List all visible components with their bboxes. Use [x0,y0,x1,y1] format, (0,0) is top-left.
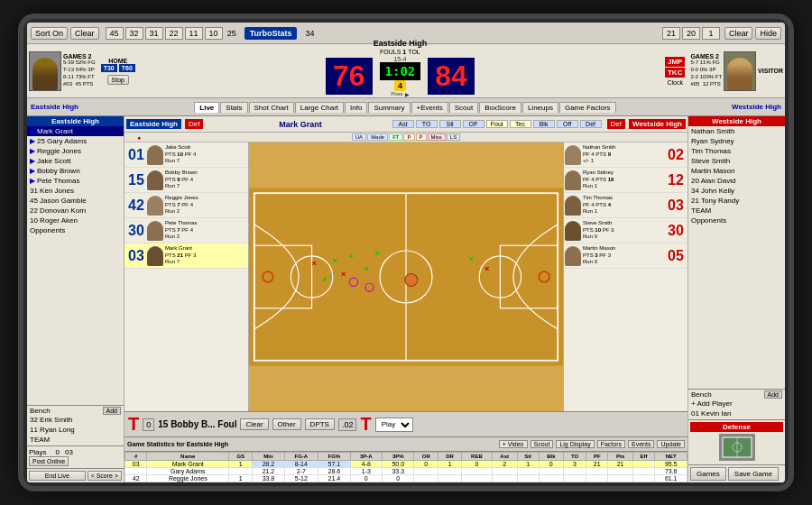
col-to-h: TO [563,453,586,461]
right-player-tim[interactable]: Tim Thomas [688,146,785,156]
bottom-action-bar: T 0 15 Bobby B... Foul Clear Other DPTS … [125,411,687,436]
sort-on-button[interactable]: Sort On [31,27,68,40]
col-foul: Foul [486,120,508,128]
games-button[interactable]: Games [690,467,726,481]
row-eff-gary [632,468,655,475]
row-dr-gary [438,468,462,475]
end-live-button[interactable]: End Live [29,471,86,481]
row-to-mark: 3 [563,461,586,468]
factors-button[interactable]: Factors [597,440,625,448]
right-score-1: 21 [662,27,680,40]
tab-boxscore[interactable]: BoxScore [479,102,521,113]
def-header-west: Def [607,119,625,129]
player-item-pete-thomas[interactable]: ▶ Pete Thomas [27,176,124,186]
subcol-p1: P [403,133,414,141]
t-button-right[interactable]: T [360,414,371,435]
tab-stats[interactable]: Stats [220,102,247,113]
row-blk-gary [539,468,563,475]
tkc-button[interactable]: TKC [665,68,685,78]
col-pf-h: PF [586,453,608,461]
svg-point-19 [405,274,418,287]
right-player-john[interactable]: 34 John Kelly [688,186,785,196]
tab-events[interactable]: +Events [411,102,448,113]
right-player-name-9: TEAM [691,207,711,215]
right-player-steve[interactable]: Steve Smith [688,156,785,166]
player-item-ken-jones[interactable]: 31 Ken Jones [27,186,124,196]
tab-shot-chart[interactable]: Shot Chart [249,102,294,113]
player-item-roger-aken[interactable]: 10 Roger Aken [27,216,124,225]
player-item-jake-scott[interactable]: ▶ Jake Scott [27,156,124,166]
def-header-east: Def [185,119,203,129]
score-box-2: 32 [125,27,143,40]
west-photo-02 [565,145,581,165]
player-item-mark-grant[interactable]: ▶ Mark Grant [27,126,124,136]
player-item-opponents[interactable]: Opponents [27,225,124,235]
visitor-games-stats: 5-7 11% FG 0-0 0% 3P 2-2 100% FT #05 12 … [690,60,722,87]
dpts-button[interactable]: DPTS [305,418,335,430]
visitor-player-photo [724,51,756,91]
defense-svg [721,436,753,459]
add-bench-button[interactable]: Add [103,407,121,415]
player-item-jason-gamble[interactable]: 45 Jason Gamble [27,196,124,206]
right-player-team[interactable]: TEAM [688,206,785,216]
video-button[interactable]: + Video [499,440,528,448]
tab-lineups[interactable]: Lineups [522,102,558,113]
svg-text:×: × [341,270,346,279]
right-player-alan[interactable]: 20 Alan David [688,176,785,186]
photo-01 [147,145,163,165]
events-button[interactable]: Events [628,440,654,448]
stats-header-row: # Name GS Min FG-A FG% 3P-A 3P% OR DR RE [125,453,687,461]
westside-header: Westside High [629,119,686,129]
turbostats-logo: TurboStats [245,27,298,40]
home-games-info: GAMES 2 5-39 52% FG T-13 54% 3P 6-11 73%… [63,53,96,87]
lig-display-button[interactable]: Lig Display [556,440,594,448]
player-item-gary-adams[interactable]: ▶ 25 Gary Adams [27,136,124,146]
scout-button[interactable]: Scout [531,440,554,448]
west-photo-30 [565,221,581,241]
action-text: 15 Bobby B... Foul [158,419,236,429]
tab-large-chart[interactable]: Large Chart [295,102,344,113]
num-01: 01 [125,147,147,163]
player-item-bobby-brown[interactable]: ▶ Bobby Brown [27,166,124,176]
col-fgp: FG% [318,453,351,461]
t60-button[interactable]: T60 [119,64,135,72]
right-player-nathan[interactable]: Nathan Smith [688,126,785,136]
bench-player-2: 11 Ryan Long [30,425,121,435]
tab-scout[interactable]: Scout [449,102,478,113]
row-to-reggie [563,475,586,482]
right-player-tony[interactable]: 21 Tony Randy [688,196,785,206]
play-dropdown[interactable]: Play [375,418,413,432]
right-add-button[interactable]: Add [764,390,782,399]
right-scores: 21 20 1 [662,27,720,40]
tab-live[interactable]: Live [194,102,219,113]
jmp-button[interactable]: JMP [665,57,685,67]
right-player-opponents[interactable]: Opponents [688,216,785,225]
save-game-button[interactable]: Save Game [728,467,779,481]
t-button-left[interactable]: T [128,414,139,435]
score-button[interactable]: < Score > [88,471,122,481]
update-button[interactable]: Update [657,440,685,448]
tab-summary[interactable]: Summary [368,102,410,113]
score-34: 34 [305,29,314,38]
player-arrow-6: ▶ [30,177,35,185]
west-player-card-03: Tim Thomas PF 4 PTS 4 Run 1 03 [564,193,687,218]
right-player-name-3: Tim Thomas [691,147,731,155]
tab-game-factors[interactable]: Game Factors [559,102,616,113]
row-min-gary: 21.2 [253,468,284,475]
stop-button[interactable]: Stop [107,75,129,85]
clear-button-1[interactable]: Clear [70,27,99,40]
right-player-martin[interactable]: Martin Mason [688,166,785,176]
player-item-donovan-korn[interactable]: 22 Donovan Korn [27,206,124,216]
other-button[interactable]: Other [272,418,301,430]
stats-table-area: Game Statistics for Eastside High + Vide… [125,436,687,482]
right-player-ryan[interactable]: Ryan Sydney [688,136,785,146]
player-item-reggie-jones[interactable]: ▶ Reggie Jones [27,146,124,156]
hide-button[interactable]: Hide [755,27,781,40]
clear-action-button[interactable]: Clear [240,418,268,430]
home-games-stats: 5-39 52% FG T-13 54% 3P 6-11 73% FT #03 … [63,60,96,87]
clear-button-2[interactable]: Clear [724,27,753,40]
post-online-button[interactable]: Post Online [29,456,69,466]
tab-info[interactable]: Info [345,102,367,113]
t30-button[interactable]: T30 [101,64,117,72]
east-player-cards: 01 Jake Scott PTS 10 PF 4 Run 7 15 [125,142,249,411]
